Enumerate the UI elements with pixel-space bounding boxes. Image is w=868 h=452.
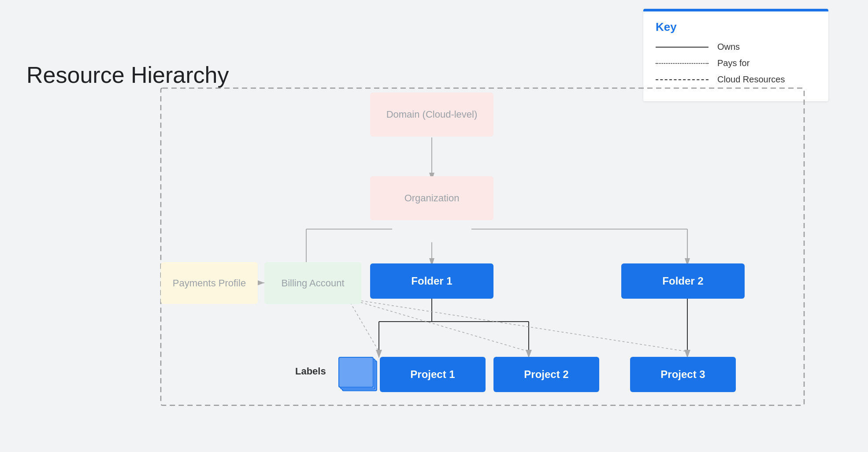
folder2-node: Folder 2 [621, 263, 745, 299]
payments-profile-node: Payments Profile [161, 262, 258, 304]
labels-text: Labels [295, 366, 326, 377]
svg-line-24 [348, 299, 529, 352]
svg-marker-23 [376, 350, 382, 358]
organization-node: Organization [370, 176, 493, 220]
svg-marker-14 [376, 350, 382, 358]
key-title: Key [656, 20, 816, 34]
key-label-owns: Owns [717, 42, 740, 52]
svg-marker-21 [257, 280, 264, 285]
project2-node: Project 2 [493, 357, 599, 392]
project1-node: Project 1 [380, 357, 486, 392]
key-line-solid [656, 47, 708, 48]
svg-line-26 [348, 299, 687, 352]
key-row-owns: Owns [656, 42, 816, 52]
diagram: Domain (Cloud-level) Organization Billin… [132, 57, 828, 432]
svg-line-22 [348, 299, 379, 352]
project3-node: Project 3 [630, 357, 736, 392]
billing-account-node: Billing Account [264, 262, 361, 304]
domain-node: Domain (Cloud-level) [370, 93, 493, 137]
folder1-node: Folder 1 [370, 263, 493, 299]
